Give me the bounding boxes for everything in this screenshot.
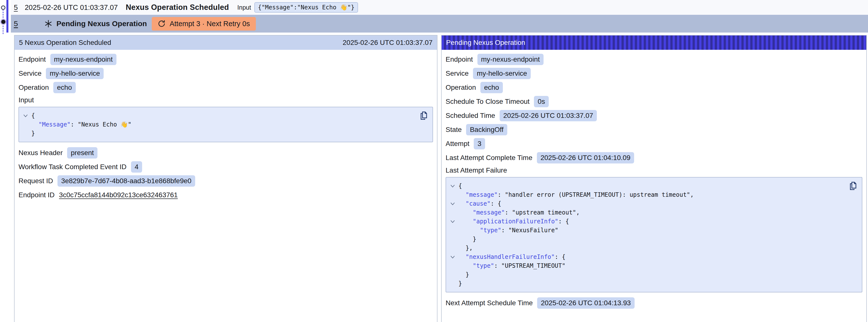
timeline-node-current-icon (1, 20, 5, 24)
field-row: State BackingOff (445, 123, 862, 137)
pending-asterisk-icon (44, 20, 53, 28)
field-label: Nexus Header (19, 149, 63, 157)
field-value-badge: echo (480, 82, 503, 93)
field-label: Last Attempt Complete Time (445, 154, 532, 162)
copy-button[interactable] (848, 181, 858, 191)
field-value-badge: 2025-02-26 UTC 01:04:13.93 (537, 297, 634, 309)
json-line-text: { (31, 111, 35, 120)
field-label: Operation (445, 84, 476, 92)
json-line-text: "type": "UPSTREAM_TIMEOUT" (473, 261, 565, 270)
json-line: "applicationFailureInfo": { (451, 217, 858, 226)
json-value: : "UPSTREAM_TIMEOUT" (494, 262, 565, 269)
field-label: Endpoint (445, 56, 473, 63)
json-line: { (451, 182, 858, 190)
failure-section-label: Last Attempt Failure (445, 165, 862, 176)
json-line: } (451, 235, 858, 244)
field-value-badge: echo (53, 82, 76, 93)
json-line: "cause": { (451, 199, 858, 208)
json-value: : "upstream timeout", (505, 209, 580, 216)
json-line: }, (451, 244, 858, 253)
json-line: "message": "upstream timeout", (451, 208, 858, 217)
selected-event-indicator-bar (6, 0, 8, 33)
collapse-caret-icon[interactable] (451, 185, 458, 188)
field-value-badge: my-hello-service (473, 68, 531, 79)
field-value-badge: BackingOff (466, 124, 507, 135)
json-line: } (451, 270, 858, 279)
field-label: Service (19, 69, 41, 77)
json-key: "cause" (466, 200, 491, 207)
event-timestamp: 2025-02-26 UTC 01:03:37.07 (25, 3, 118, 11)
json-key: "nexusHandlerFailureInfo" (466, 254, 555, 260)
collapse-caret-icon[interactable] (24, 114, 31, 117)
json-value: }, (466, 245, 473, 252)
field-value-badge: my-nexus-endpoint (50, 54, 117, 65)
field-row: Nexus Header present (19, 146, 433, 160)
field-value-badge: present (67, 147, 97, 159)
pending-panel-body: Endpoint my-nexus-endpoint Service my-he… (442, 50, 866, 312)
fields-top: Endpoint my-nexus-endpoint Service my-he… (19, 52, 433, 94)
field-label: Endpoint ID (19, 191, 55, 199)
json-key: "Message" (38, 121, 70, 128)
event-row-scheduled[interactable]: 5 2025-02-26 UTC 01:03:37.07 Nexus Opera… (11, 0, 868, 15)
fields-bottom: Nexus Header present Workflow Task Compl… (19, 146, 433, 202)
event-row-pending[interactable]: 5 Pending Nexus Operation Attempt 3 · Ne… (11, 15, 868, 33)
workflow-event-history: 5 2025-02-26 UTC 01:03:37.07 Nexus Opera… (0, 0, 868, 322)
field-row: Next Attempt Schedule Time 2025-02-26 UT… (445, 296, 862, 310)
collapse-caret-icon[interactable] (451, 255, 458, 259)
json-key: "type" (473, 262, 494, 269)
json-line: "nexusHandlerFailureInfo": { (451, 253, 858, 261)
field-value-badge: 3 (474, 138, 485, 150)
json-line: } (451, 279, 858, 288)
event-id-link[interactable]: 5 (14, 20, 18, 28)
json-value: } (466, 271, 469, 278)
json-line-text: "message": "upstream timeout", (473, 208, 580, 217)
fields-bottom: Next Attempt Schedule Time 2025-02-26 UT… (445, 296, 862, 310)
retry-attempt-badge[interactable]: Attempt 3 · Next Retry 0s (152, 17, 256, 31)
copy-button[interactable] (419, 111, 428, 121)
input-json-viewer: { "Message": "Nexus Echo 👋" (19, 107, 433, 142)
field-value-badge: my-nexus-endpoint (477, 54, 544, 65)
failure-json-viewer: { "message": "handler error (UPSTREAM_TI… (445, 177, 862, 292)
json-value: } (473, 236, 476, 243)
field-value-badge: 3e829b7e-7d67-4b08-aad3-b1e868bfe9e0 (58, 175, 195, 187)
collapse-caret-icon[interactable] (451, 220, 458, 223)
field-row: Scheduled Time 2025-02-26 UTC 01:03:37.0… (445, 108, 862, 123)
field-row: Schedule To Close Timeout 0s (445, 94, 862, 108)
json-value: : { (555, 254, 565, 260)
timeline-node-open-icon (1, 5, 5, 10)
endpoint-id-link[interactable]: 3c0c75ccfa8144b092c13ce632463761 (59, 191, 178, 199)
field-row: Request ID 3e829b7e-7d67-4b08-aad3-b1e86… (19, 174, 433, 188)
field-value-badge: my-hello-service (46, 68, 104, 79)
panel-timestamp: 2025-02-26 UTC 01:03:37.07 (343, 39, 433, 46)
event-id-link[interactable]: 5 (14, 3, 18, 11)
scheduled-panel-body: Endpoint my-nexus-endpoint Service my-he… (14, 50, 437, 204)
scheduled-event-panel: 5 Nexus Operation Scheduled 2025-02-26 U… (14, 35, 437, 322)
collapse-caret-icon[interactable] (451, 202, 458, 205)
json-line: "message": "handler error (UPSTREAM_TIME… (451, 190, 858, 199)
field-label: State (445, 126, 462, 134)
json-value: : "handler error (UPSTREAM_TIMEOUT): ups… (498, 191, 694, 198)
fields-top: Endpoint my-nexus-endpoint Service my-he… (445, 52, 862, 165)
field-row: Last Attempt Complete Time 2025-02-26 UT… (445, 151, 862, 165)
json-line-text: "cause": { (466, 199, 501, 208)
input-preview-pill[interactable]: {"Message":"Nexus Echo 👋"} (254, 2, 358, 12)
json-line: "type": "UPSTREAM_TIMEOUT" (451, 261, 858, 270)
json-line-text: "applicationFailureInfo": { (473, 217, 569, 226)
field-value-badge: 0s (534, 96, 549, 107)
field-row: Operation echo (19, 80, 433, 94)
field-label: Service (445, 69, 469, 77)
json-key: "applicationFailureInfo" (473, 218, 558, 225)
field-value-badge: 2025-02-26 UTC 01:03:37.07 (500, 110, 597, 121)
json-line-text: "Message": "Nexus Echo 👋" (38, 120, 131, 129)
panel-title: Pending Nexus Operation (446, 39, 525, 46)
json-value: { (458, 183, 462, 189)
field-label: Scheduled Time (445, 112, 495, 120)
json-key: "message" (466, 191, 498, 198)
field-value-badge: 2025-02-26 UTC 01:04:10.09 (537, 152, 634, 163)
field-value-badge: 4 (131, 161, 142, 172)
field-label: Request ID (19, 177, 53, 185)
json-value: } (31, 130, 35, 137)
json-line: "type": "NexusFailure" (451, 226, 858, 235)
json-line-text: } (458, 279, 462, 288)
json-value: { (31, 112, 35, 119)
